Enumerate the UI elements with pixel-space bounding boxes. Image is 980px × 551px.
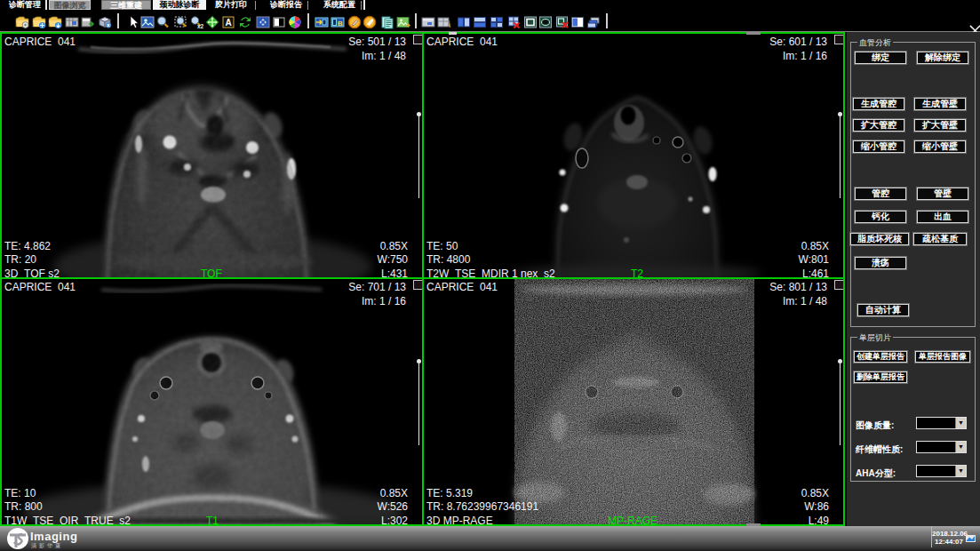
svg-text:B: B <box>338 20 343 28</box>
svg-text:x2: x2 <box>197 23 203 29</box>
svg-text:A: A <box>226 18 232 28</box>
